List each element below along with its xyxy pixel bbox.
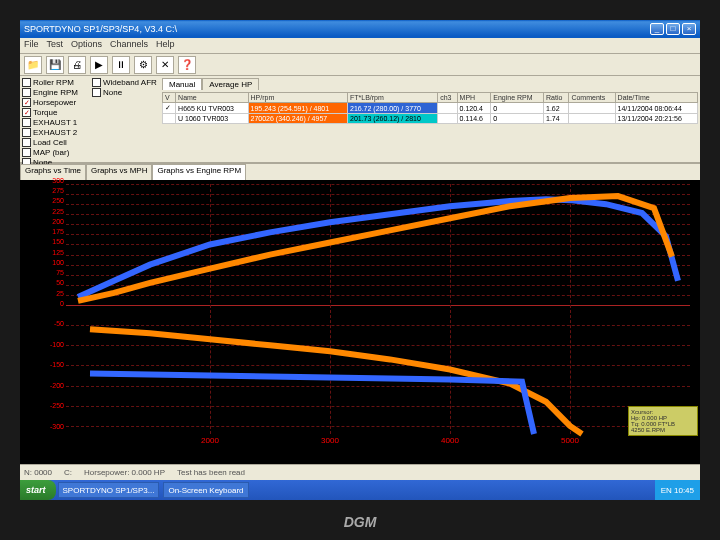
checkbox-icon (22, 148, 31, 157)
toolbar: 📁 💾 🖨 ▶ ⏸ ⚙ ✕ ❓ (20, 54, 700, 76)
check-item[interactable] (92, 148, 158, 157)
column-header[interactable]: Engine RPM (491, 93, 544, 103)
table-row[interactable]: ✓H665 KU TVR003195.243 (254.591) / 48012… (163, 103, 698, 114)
checkbox-icon (22, 78, 31, 87)
check-item[interactable]: Wideband AFR (92, 78, 158, 87)
y-tick-label: 150 (52, 238, 64, 245)
column-header[interactable]: ch3 (438, 93, 457, 103)
y-tick-label: 175 (52, 228, 64, 235)
check-label: EXHAUST 1 (33, 118, 77, 127)
check-item[interactable]: EXHAUST 2 (22, 128, 88, 137)
tab-average-hp[interactable]: Average HP (202, 78, 259, 90)
window-title: SPORTDYNO SP1/SP3/SP4, V3.4 C:\ (24, 24, 177, 34)
check-item[interactable]: EXHAUST 1 (22, 118, 88, 127)
menu-options[interactable]: Options (71, 39, 102, 52)
check-item[interactable] (92, 138, 158, 147)
toolbar-icon[interactable]: 🖨 (68, 56, 86, 74)
menu-test[interactable]: Test (47, 39, 64, 52)
check-label: None (103, 88, 122, 97)
y-tick-label: 300 (52, 177, 64, 184)
system-tray[interactable]: EN 10:45 (655, 480, 700, 500)
checkbox-icon (22, 98, 31, 107)
monitor-brand-logo: DGM (344, 514, 377, 530)
y-tick-label: 25 (56, 289, 64, 296)
check-item[interactable]: Horsepower (22, 98, 88, 107)
column-header[interactable]: Ratio (544, 93, 569, 103)
chart-series (78, 199, 678, 297)
minimize-button[interactable]: _ (650, 23, 664, 35)
check-item[interactable] (92, 128, 158, 137)
check-item[interactable]: None (92, 88, 158, 97)
close-button[interactable]: × (682, 23, 696, 35)
y-tick-label: 225 (52, 207, 64, 214)
toolbar-icon[interactable]: 📁 (24, 56, 42, 74)
x-tick-label: 3000 (321, 436, 339, 445)
table-row[interactable]: U 1060 TVR003270026 (340.246) / 4957201.… (163, 114, 698, 124)
status-item: Horsepower: 0.000 HP (84, 468, 165, 477)
tab-graphs-rpm[interactable]: Graphs vs Engine RPM (152, 164, 246, 180)
channel-checklist: Roller RPMWideband AFREngine RPMNoneHors… (20, 76, 160, 162)
y-tick-label: -250 (50, 402, 64, 409)
y-tick-label: 200 (52, 217, 64, 224)
column-header[interactable]: HP/rpm (248, 93, 347, 103)
check-item[interactable] (92, 118, 158, 127)
menu-file[interactable]: File (24, 39, 39, 52)
check-label: Horsepower (33, 98, 76, 107)
toolbar-icon[interactable]: ❓ (178, 56, 196, 74)
toolbar-icon[interactable]: ▶ (90, 56, 108, 74)
toolbar-icon[interactable]: ⚙ (134, 56, 152, 74)
check-label: Roller RPM (33, 78, 74, 87)
dyno-chart: -300-250-200-150-100-5002550751001251501… (20, 180, 700, 464)
menu-bar: File Test Options Channels Help (20, 38, 700, 54)
checkbox-icon (92, 88, 101, 97)
chart-series (78, 196, 672, 301)
maximize-button[interactable]: □ (666, 23, 680, 35)
y-tick-label: -150 (50, 361, 64, 368)
menu-help[interactable]: Help (156, 39, 175, 52)
status-item: C: (64, 468, 72, 477)
check-item[interactable] (92, 108, 158, 117)
column-header[interactable]: Date/Time (615, 93, 697, 103)
taskbar-item[interactable]: On-Screen Keyboard (163, 482, 248, 498)
taskbar-item[interactable]: SPORTDYNO SP1/SP3... (58, 482, 160, 498)
y-tick-label: -300 (50, 422, 64, 429)
y-tick-label: -100 (50, 340, 64, 347)
checkbox-icon (22, 138, 31, 147)
legend-line: 4250 E.RPM (631, 427, 695, 433)
runs-table: VNameHP/rpmFT*LB/rpmch3MPHEngine RPMRati… (162, 92, 698, 124)
status-item: Test has been read (177, 468, 245, 477)
check-label: Wideband AFR (103, 78, 157, 87)
check-item[interactable] (92, 98, 158, 107)
check-item[interactable]: Torque (22, 108, 88, 117)
x-tick-label: 4000 (441, 436, 459, 445)
check-item[interactable]: Roller RPM (22, 78, 88, 87)
toolbar-icon[interactable]: ⏸ (112, 56, 130, 74)
toolbar-icon[interactable]: ✕ (156, 56, 174, 74)
x-tick-label: 2000 (201, 436, 219, 445)
tab-manual[interactable]: Manual (162, 78, 202, 90)
start-button[interactable]: start (20, 480, 56, 500)
column-header[interactable]: V (163, 93, 176, 103)
y-tick-label: 250 (52, 197, 64, 204)
tab-graphs-mph[interactable]: Graphs vs MPH (86, 164, 152, 180)
column-header[interactable]: MPH (457, 93, 491, 103)
y-tick-label: 50 (56, 279, 64, 286)
check-item[interactable]: MAP (bar) (22, 148, 88, 157)
status-bar: N: 0000 C: Horsepower: 0.000 HP Test has… (20, 464, 700, 480)
column-header[interactable]: Name (176, 93, 248, 103)
check-label: Load Cell (33, 138, 67, 147)
y-tick-label: 0 (60, 299, 64, 306)
column-header[interactable]: FT*LB/rpm (347, 93, 437, 103)
y-tick-label: 125 (52, 248, 64, 255)
status-item: N: 0000 (24, 468, 52, 477)
y-tick-label: -200 (50, 381, 64, 388)
check-label: Torque (33, 108, 57, 117)
check-item[interactable]: Load Cell (22, 138, 88, 147)
y-tick-label: 275 (52, 187, 64, 194)
check-item[interactable]: Engine RPM (22, 88, 88, 97)
y-tick-label: 75 (56, 269, 64, 276)
menu-channels[interactable]: Channels (110, 39, 148, 52)
toolbar-icon[interactable]: 💾 (46, 56, 64, 74)
check-label: Engine RPM (33, 88, 78, 97)
column-header[interactable]: Comments (569, 93, 615, 103)
